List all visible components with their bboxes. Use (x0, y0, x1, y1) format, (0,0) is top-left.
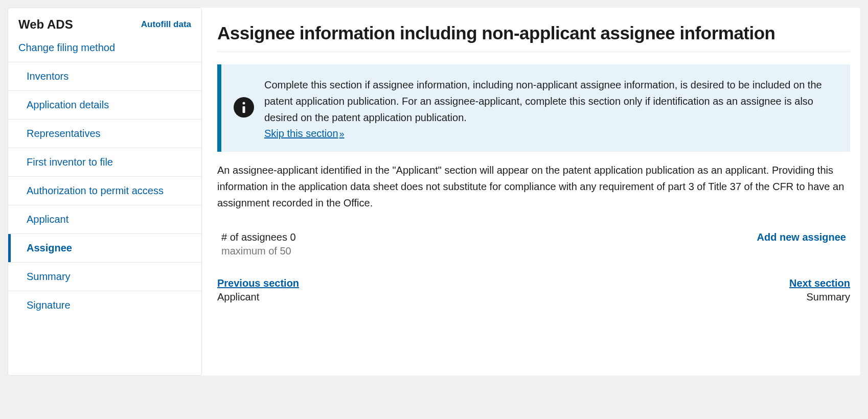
svg-rect-1 (243, 106, 245, 113)
sidebar-item-signature[interactable]: Signature (8, 291, 201, 319)
previous-section-link[interactable]: Previous section (217, 277, 299, 289)
info-box: Complete this section if assignee inform… (217, 64, 850, 152)
description-text: An assignee-applicant identified in the … (217, 162, 850, 211)
sidebar-item-label: First inventor to file (27, 156, 113, 168)
sidebar-item-assignee[interactable]: Assignee (8, 234, 201, 263)
change-filing-link[interactable]: Change filing method (8, 38, 201, 62)
sidebar-item-applicant[interactable]: Applicant (8, 205, 201, 234)
section-nav: Previous section Applicant Next section … (217, 277, 850, 303)
next-section-link[interactable]: Next section (789, 277, 850, 289)
sidebar-item-representatives[interactable]: Representatives (8, 120, 201, 148)
sidebar: Web ADS Autofill data Change filing meth… (8, 8, 202, 376)
skip-label: Skip this section (264, 128, 338, 139)
sidebar-header: Web ADS Autofill data (8, 8, 201, 38)
app-container: Web ADS Autofill data Change filing meth… (8, 8, 860, 376)
info-text: Complete this section if assignee inform… (264, 77, 835, 126)
sidebar-item-label: Authorization to permit access (27, 185, 164, 196)
next-section-block: Next section Summary (789, 277, 850, 303)
sidebar-item-application-details[interactable]: Application details (8, 91, 201, 120)
count-info: # of assignees 0 maximum of 50 (221, 231, 296, 257)
sidebar-item-label: Signature (27, 299, 71, 311)
chevron-right-icon: » (339, 129, 345, 139)
svg-point-0 (243, 102, 245, 105)
previous-section-block: Previous section Applicant (217, 277, 299, 303)
skip-section-link[interactable]: Skip this section» (264, 128, 345, 139)
page-title: Assignee information including non-appli… (217, 23, 850, 43)
next-section-name: Summary (789, 291, 850, 303)
sidebar-item-label: Applicant (27, 214, 68, 225)
info-content: Complete this section if assignee inform… (264, 77, 835, 139)
sidebar-item-label: Assignee (27, 242, 72, 253)
previous-section-name: Applicant (217, 291, 299, 303)
sidebar-item-label: Summary (27, 271, 71, 282)
sidebar-item-label: Inventors (27, 71, 68, 82)
count-row: # of assignees 0 maximum of 50 Add new a… (217, 231, 850, 257)
autofill-link[interactable]: Autofill data (141, 19, 191, 30)
count-label: # of assignees 0 (221, 231, 296, 243)
sidebar-item-label: Representatives (27, 128, 101, 139)
add-assignee-button[interactable]: Add new assignee (757, 231, 847, 243)
sidebar-item-summary[interactable]: Summary (8, 263, 201, 291)
sidebar-item-label: Application details (27, 99, 109, 110)
sidebar-item-inventors[interactable]: Inventors (8, 62, 201, 91)
count-max: maximum of 50 (221, 245, 296, 257)
main-content: Assignee information including non-appli… (217, 8, 860, 376)
sidebar-title: Web ADS (18, 17, 73, 32)
sidebar-item-authorization[interactable]: Authorization to permit access (8, 177, 201, 205)
sidebar-item-first-inventor[interactable]: First inventor to file (8, 148, 201, 177)
divider (217, 52, 850, 52)
info-icon (234, 97, 254, 118)
